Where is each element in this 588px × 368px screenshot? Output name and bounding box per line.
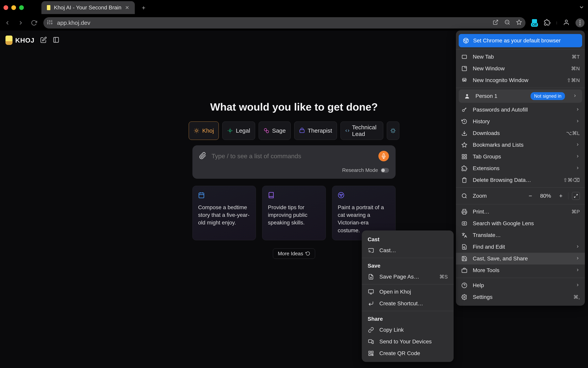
svg-rect-27	[199, 193, 204, 198]
menu-translate[interactable]: Translate…	[456, 229, 585, 241]
more-ideas-button[interactable]: More Ideas	[273, 248, 315, 259]
khoj-logo[interactable]: KHOJ	[5, 36, 34, 45]
chevron-right-icon	[576, 107, 580, 113]
svg-point-58	[464, 223, 465, 224]
menu-label: Create Shortcut…	[379, 300, 423, 307]
submenu-send-devices[interactable]: Send to Your Devices	[362, 336, 454, 348]
sidebar-toggle-icon[interactable]	[53, 37, 59, 44]
vpn-off-badge[interactable]: Off	[531, 19, 538, 27]
chevron-right-icon	[573, 93, 577, 99]
svg-point-15	[579, 20, 580, 21]
person-icon	[464, 93, 470, 99]
close-tab-icon[interactable]: ✕	[125, 5, 129, 11]
menu-new-tab[interactable]: New Tab ⌘T	[456, 51, 585, 63]
back-button[interactable]	[3, 19, 11, 27]
menu-incognito[interactable]: New Incognito Window ⇧⌘N	[456, 74, 585, 86]
browser-menu-button[interactable]	[576, 18, 585, 27]
card-text: Compose a bedtime story that a five-year…	[198, 203, 250, 227]
browser-menu: Set Chrome as your default browser New T…	[456, 30, 585, 306]
fullscreen-button[interactable]	[572, 192, 580, 200]
submenu-qr[interactable]: Create QR Code	[362, 348, 454, 359]
submenu-cast-header: Cast	[362, 233, 454, 245]
chip-technical-lead[interactable]: Technical Lead	[340, 121, 383, 140]
star-icon	[461, 142, 468, 148]
menu-tab-groups[interactable]: Tab Groups	[456, 151, 585, 163]
toggle-switch[interactable]	[381, 168, 389, 173]
svg-point-20	[195, 130, 197, 132]
submenu-copy-link[interactable]: Copy Link	[362, 324, 454, 336]
menu-extensions[interactable]: Extensions	[456, 163, 585, 174]
assistant-chips: Khoj Legal Sage Therapist Technical Lead	[189, 121, 399, 140]
svg-point-21	[229, 130, 231, 132]
svg-rect-73	[369, 354, 371, 356]
svg-line-60	[465, 248, 465, 249]
submenu-save-page[interactable]: Save Page As… ⌘S	[362, 271, 454, 283]
default-browser-banner[interactable]: Set Chrome as your default browser	[459, 34, 582, 47]
close-window-button[interactable]	[3, 5, 8, 10]
zoom-in-button[interactable]: +	[557, 192, 565, 200]
new-tab-button[interactable]: ＋	[141, 4, 147, 12]
svg-line-54	[576, 194, 578, 195]
chip-therapist[interactable]: Therapist	[294, 121, 337, 140]
chip-sage[interactable]: Sage	[259, 121, 291, 140]
signin-badge: Not signed in	[531, 92, 565, 100]
submenu-share-header: Share	[362, 313, 454, 324]
menu-find[interactable]: Find and Edit	[456, 241, 585, 253]
research-mode-toggle[interactable]: Research Mode	[199, 167, 389, 173]
extensions-icon[interactable]	[544, 19, 551, 27]
menu-settings[interactable]: Settings ⌘,	[456, 291, 585, 303]
menu-lens[interactable]: Search with Google Lens	[456, 218, 585, 229]
gear-icon	[461, 294, 468, 300]
open-external-icon[interactable]	[493, 19, 498, 27]
browser-tab[interactable]: Khoj AI - Your Second Brain ✕	[41, 1, 135, 14]
attach-icon[interactable]	[199, 152, 206, 160]
forward-button[interactable]	[17, 19, 25, 27]
menu-history[interactable]: History	[456, 116, 585, 127]
menu-person[interactable]: Person 1 Not signed in	[459, 90, 582, 103]
submenu-create-shortcut[interactable]: Create Shortcut…	[362, 298, 454, 309]
menu-more-tools[interactable]: More Tools	[456, 265, 585, 276]
prompt-input[interactable]	[211, 153, 373, 160]
bookmark-star-icon[interactable]	[516, 19, 522, 27]
find-icon	[461, 244, 468, 250]
shortcut-icon	[368, 301, 374, 306]
window-dropdown-icon[interactable]	[579, 4, 585, 11]
submenu-cast[interactable]: Cast…	[362, 245, 454, 256]
site-settings-icon[interactable]	[47, 19, 53, 27]
menu-label: New Window	[473, 65, 505, 72]
menu-label: Cast…	[379, 247, 396, 254]
chip-more[interactable]	[387, 121, 399, 140]
svg-point-45	[462, 110, 464, 111]
menu-print[interactable]: Print… ⌘P	[456, 206, 585, 218]
mic-button[interactable]	[378, 151, 389, 161]
svg-rect-69	[369, 340, 372, 343]
suggestion-card[interactable]: Provide tips for improving public speaki…	[262, 186, 326, 240]
menu-label: Cast, Save, and Share	[473, 256, 528, 262]
profile-icon[interactable]	[563, 19, 570, 27]
chevron-right-icon	[576, 244, 580, 250]
key-icon	[461, 107, 468, 113]
zoom-out-button[interactable]: −	[526, 192, 534, 200]
menu-cast-save-share[interactable]: Cast, Save, and Share	[456, 253, 585, 265]
menu-help[interactable]: Help	[456, 279, 585, 291]
chip-khoj[interactable]: Khoj	[189, 121, 219, 140]
address-bar[interactable]: app.khoj.dev	[43, 17, 525, 28]
suggestion-card[interactable]: Compose a bedtime story that a five-year…	[193, 186, 256, 240]
menu-downloads[interactable]: Downloads ⌥⌘L	[456, 127, 585, 139]
zoom-window-button[interactable]	[19, 5, 24, 10]
new-note-icon[interactable]	[40, 37, 47, 44]
menu-bookmarks[interactable]: Bookmarks and Lists	[456, 139, 585, 151]
svg-point-22	[264, 129, 267, 131]
menu-label: New Incognito Window	[473, 77, 528, 83]
menu-delete-data[interactable]: Delete Browsing Data… ⇧⌘⌫	[456, 174, 585, 186]
menu-passwords[interactable]: Passwords and Autofill	[456, 104, 585, 116]
save-icon	[461, 256, 468, 262]
reload-button[interactable]	[30, 19, 38, 27]
svg-line-53	[466, 197, 467, 198]
chip-label: Legal	[236, 127, 250, 134]
zoom-indicator-icon[interactable]	[504, 19, 510, 27]
minimize-window-button[interactable]	[11, 5, 16, 10]
chip-legal[interactable]: Legal	[222, 121, 255, 140]
menu-new-window[interactable]: New Window ⌘N	[456, 63, 585, 74]
submenu-open-khoj[interactable]: Open in Khoj	[362, 286, 454, 298]
